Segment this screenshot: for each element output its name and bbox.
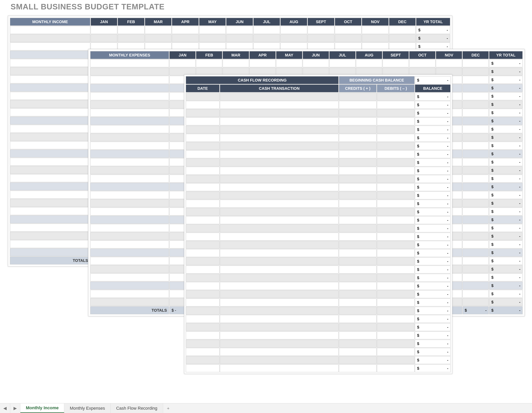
row-label-cell[interactable] <box>90 224 169 232</box>
row-label-cell[interactable] <box>90 125 169 133</box>
debits-cell[interactable] <box>377 307 415 315</box>
credits-cell[interactable] <box>339 93 377 100</box>
month-cell[interactable] <box>463 249 489 256</box>
balance-cell[interactable]: $- <box>415 225 451 232</box>
month-cell[interactable] <box>226 26 253 34</box>
row-label-cell[interactable] <box>10 149 90 157</box>
debits-cell[interactable] <box>377 134 415 142</box>
balance-cell[interactable]: $- <box>415 257 451 265</box>
balance-cell[interactable]: $- <box>415 356 451 364</box>
transaction-cell[interactable] <box>220 340 339 347</box>
row-label-cell[interactable] <box>10 100 90 108</box>
date-cell[interactable] <box>186 241 219 249</box>
month-cell[interactable] <box>335 34 362 42</box>
date-cell[interactable] <box>186 356 219 364</box>
row-label-cell[interactable] <box>10 141 90 149</box>
row-label-cell[interactable] <box>90 265 169 273</box>
month-cell[interactable] <box>303 59 329 67</box>
yr-total-cell[interactable]: $- <box>489 142 522 149</box>
month-cell[interactable] <box>463 257 489 265</box>
row-label-cell[interactable] <box>10 174 90 182</box>
row-label-cell[interactable] <box>10 67 90 75</box>
debits-cell[interactable] <box>377 183 415 191</box>
row-label-cell[interactable] <box>90 59 169 67</box>
yr-total-cell[interactable]: $- <box>489 298 522 306</box>
row-label-cell[interactable] <box>10 216 90 223</box>
transaction-cell[interactable] <box>220 266 339 274</box>
yr-total-cell[interactable]: $- <box>489 282 522 289</box>
date-cell[interactable] <box>186 348 219 356</box>
row-label-cell[interactable] <box>90 142 169 149</box>
date-cell[interactable] <box>186 134 219 142</box>
yr-total-cell[interactable]: $- <box>489 84 522 92</box>
credits-cell[interactable] <box>339 307 377 315</box>
month-cell[interactable] <box>172 26 199 34</box>
yr-total-cell[interactable]: $- <box>489 100 522 108</box>
yr-total-cell[interactable]: $- <box>489 76 522 84</box>
month-cell[interactable] <box>463 84 489 92</box>
balance-cell[interactable]: $- <box>415 158 451 167</box>
balance-cell[interactable]: $- <box>415 315 451 323</box>
month-cell[interactable] <box>172 34 199 42</box>
row-label-cell[interactable] <box>10 42 90 50</box>
date-cell[interactable] <box>186 323 219 331</box>
debits-cell[interactable] <box>377 93 415 100</box>
month-cell[interactable] <box>463 224 489 232</box>
tab-nav-next[interactable]: ▶ <box>10 403 20 413</box>
balance-cell[interactable]: $- <box>415 200 451 207</box>
date-cell[interactable] <box>186 332 219 339</box>
month-cell[interactable] <box>356 59 382 67</box>
row-label-cell[interactable] <box>10 108 90 116</box>
debits-cell[interactable] <box>377 175 415 183</box>
balance-cell[interactable]: $- <box>415 340 451 347</box>
credits-cell[interactable] <box>339 332 377 339</box>
tab-cash-flow-recording[interactable]: Cash Flow Recording <box>111 403 163 413</box>
month-cell[interactable] <box>145 34 172 42</box>
date-cell[interactable] <box>186 298 219 306</box>
balance-cell[interactable]: $- <box>415 118 451 125</box>
transaction-cell[interactable] <box>220 323 339 331</box>
row-label-cell[interactable] <box>10 199 90 207</box>
date-cell[interactable] <box>186 142 219 150</box>
transaction-cell[interactable] <box>220 290 339 298</box>
transaction-cell[interactable] <box>220 200 339 207</box>
balance-cell[interactable]: $- <box>415 241 451 249</box>
balance-cell[interactable]: $- <box>415 109 451 117</box>
row-label-cell[interactable] <box>90 167 169 174</box>
debits-cell[interactable] <box>377 266 415 274</box>
row-label-cell[interactable] <box>90 183 169 191</box>
debits-cell[interactable] <box>377 241 415 249</box>
credits-cell[interactable] <box>339 118 377 125</box>
date-cell[interactable] <box>186 200 219 207</box>
balance-cell[interactable]: $- <box>415 126 451 134</box>
transaction-cell[interactable] <box>220 158 339 167</box>
credits-cell[interactable] <box>339 274 377 282</box>
credits-cell[interactable] <box>339 348 377 356</box>
date-cell[interactable] <box>186 233 219 240</box>
month-cell[interactable] <box>118 34 144 42</box>
debits-cell[interactable] <box>377 323 415 331</box>
balance-cell[interactable]: $- <box>415 216 451 224</box>
debits-cell[interactable] <box>377 109 415 117</box>
date-cell[interactable] <box>186 340 219 347</box>
transaction-cell[interactable] <box>220 274 339 282</box>
balance-cell[interactable]: $- <box>415 364 451 372</box>
month-cell[interactable] <box>463 298 489 306</box>
yr-total-cell[interactable]: $- <box>489 109 522 117</box>
transaction-cell[interactable] <box>220 241 339 249</box>
month-cell[interactable] <box>362 34 389 42</box>
transaction-cell[interactable] <box>220 332 339 339</box>
row-label-cell[interactable] <box>10 232 90 240</box>
month-cell[interactable] <box>226 34 253 42</box>
month-cell[interactable] <box>463 134 489 141</box>
debits-cell[interactable] <box>377 290 415 298</box>
date-cell[interactable] <box>186 208 219 216</box>
credits-cell[interactable] <box>339 183 377 191</box>
row-label-cell[interactable] <box>10 248 90 256</box>
row-label-cell[interactable] <box>10 191 90 198</box>
date-cell[interactable] <box>186 118 219 125</box>
credits-cell[interactable] <box>339 175 377 183</box>
date-cell[interactable] <box>186 315 219 323</box>
month-cell[interactable] <box>356 68 382 76</box>
row-label-cell[interactable] <box>90 158 169 166</box>
